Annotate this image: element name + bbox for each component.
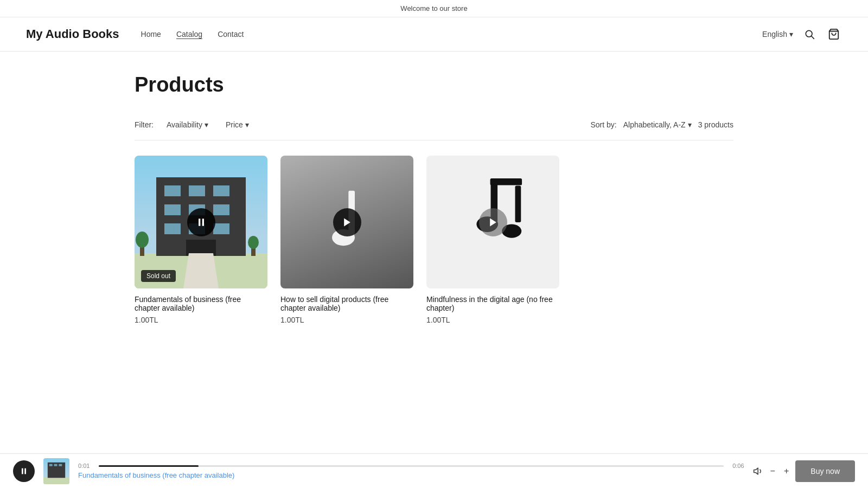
svg-rect-8 [213,185,229,196]
main-content: Products Filter: Availability ▾ Price ▾ … [108,52,760,378]
cart-button[interactable] [826,26,842,42]
price-label: Price [226,120,243,129]
sort-selector[interactable]: Alphabetically, A-Z ▾ [623,120,692,129]
svg-rect-6 [164,185,181,196]
main-nav: Home Catalog Contact [141,30,244,39]
product-image-wrap: Sold out [135,156,267,288]
filter-right: Sort by: Alphabetically, A-Z ▾ 3 product… [590,120,733,129]
svg-rect-21 [202,219,203,226]
svg-rect-26 [515,185,521,222]
products-grid: Sold out Fundamentals of business (free … [135,156,733,324]
sort-by-label: Sort by: [590,120,616,129]
svg-point-19 [248,236,259,249]
product-price: 1.00TL [135,316,267,324]
svg-rect-7 [189,185,205,196]
product-count: 3 products [698,120,733,129]
filter-label: Filter: [135,120,154,129]
product-image-wrap [426,156,559,288]
price-filter[interactable]: Price ▾ [221,118,253,131]
play-button[interactable] [479,208,507,236]
pause-button[interactable] [187,208,215,236]
chevron-down-icon: ▾ [245,120,249,129]
top-banner: Welcome to our store [0,0,868,17]
svg-rect-9 [164,204,181,215]
product-card[interactable]: Mindfulness in the digital age (no free … [426,156,559,324]
product-card[interactable]: Sold out Fundamentals of business (free … [135,156,267,324]
header: My Audio Books Home Catalog Contact Engl… [0,17,868,52]
product-price: 1.00TL [426,316,559,324]
language-label: English [762,30,787,38]
nav-home[interactable]: Home [141,30,161,38]
chevron-down-icon: ▾ [205,120,208,129]
search-icon [804,29,815,40]
logo[interactable]: My Audio Books [26,27,119,41]
product-image-wrap [280,156,413,288]
filter-bar: Filter: Availability ▾ Price ▾ Sort by: … [135,118,733,140]
availability-label: Availability [167,120,202,129]
svg-marker-24 [344,218,350,226]
product-name: Fundamentals of business (free chapter a… [135,295,267,312]
product-price: 1.00TL [280,316,413,324]
svg-rect-20 [199,219,200,226]
nav-contact[interactable]: Contact [218,30,244,38]
svg-rect-11 [213,204,229,215]
play-icon [488,217,499,228]
svg-point-17 [136,232,149,248]
pause-icon [196,217,207,228]
search-button[interactable] [802,27,817,42]
play-icon [342,217,353,228]
product-name: How to sell digital products (free chapt… [280,295,413,312]
header-right: English ▾ [762,26,842,42]
sold-out-badge: Sold out [141,270,176,282]
svg-rect-27 [490,178,522,185]
header-left: My Audio Books Home Catalog Contact [26,27,244,41]
sort-value: Alphabetically, A-Z [623,120,686,129]
cart-icon [828,28,840,40]
play-button[interactable] [333,208,361,236]
svg-marker-30 [490,218,496,226]
language-selector[interactable]: English ▾ [762,30,793,38]
page-title: Products [135,73,733,97]
svg-line-1 [812,36,814,39]
filter-left: Filter: Availability ▾ Price ▾ [135,118,253,131]
chevron-down-icon: ▾ [688,120,692,129]
chevron-down-icon: ▾ [789,30,793,38]
svg-rect-12 [164,223,181,234]
availability-filter[interactable]: Availability ▾ [162,118,213,131]
nav-catalog[interactable]: Catalog [176,30,202,39]
banner-text: Welcome to our store [400,4,467,12]
product-card[interactable]: How to sell digital products (free chapt… [280,156,413,324]
svg-rect-14 [213,223,229,234]
product-name: Mindfulness in the digital age (no free … [426,295,559,312]
